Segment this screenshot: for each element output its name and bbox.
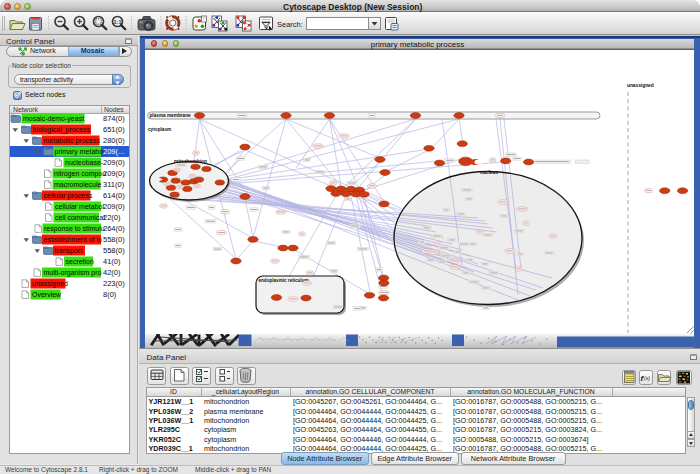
svg-text:transport: transport bbox=[55, 247, 83, 255]
svg-text:metabolic process: metabolic process bbox=[44, 137, 101, 145]
svg-text:280(0): 280(0) bbox=[103, 136, 125, 145]
svg-text:Overview: Overview bbox=[32, 291, 62, 298]
svg-text:8(0): 8(0) bbox=[103, 290, 117, 299]
svg-text:41(0): 41(0) bbox=[103, 257, 121, 266]
svg-text:unassigned: unassigned bbox=[32, 280, 68, 288]
svg-text:response to stimulu: response to stimulu bbox=[44, 225, 105, 233]
svg-text:209(0): 209(0) bbox=[103, 158, 125, 167]
svg-text:primary metabol: primary metabol bbox=[55, 148, 106, 156]
svg-text:614(0): 614(0) bbox=[103, 191, 125, 200]
svg-text:establishment of lo: establishment of lo bbox=[44, 236, 102, 243]
svg-text:nitrogen compou: nitrogen compou bbox=[54, 170, 106, 178]
svg-text:42(0): 42(0) bbox=[103, 268, 121, 277]
svg-text:biological_process: biological_process bbox=[33, 126, 91, 134]
svg-text:cytoplasm: cytoplasm bbox=[148, 127, 171, 132]
svg-text:cellular process: cellular process bbox=[44, 192, 93, 200]
svg-text:nucleobase-: nucleobase- bbox=[65, 159, 104, 166]
svg-text:plasma membrane: plasma membrane bbox=[150, 113, 192, 118]
svg-text:multi-organism pro: multi-organism pro bbox=[44, 269, 102, 277]
svg-text:311(0): 311(0) bbox=[103, 180, 125, 189]
svg-text:874(0): 874(0) bbox=[103, 114, 125, 123]
svg-text:209(...: 209(... bbox=[103, 147, 124, 156]
svg-text:cellular metabol: cellular metabol bbox=[55, 203, 104, 210]
svg-text:558(0): 558(0) bbox=[103, 235, 125, 244]
svg-text:macromolecule: macromolecule bbox=[54, 181, 102, 188]
svg-text:22(0): 22(0) bbox=[103, 213, 121, 222]
svg-text:209(0): 209(0) bbox=[103, 202, 125, 211]
svg-text:558(0): 558(0) bbox=[103, 246, 125, 255]
svg-text:209(0): 209(0) bbox=[103, 169, 125, 178]
svg-text:nucleus: nucleus bbox=[480, 170, 498, 175]
svg-text:endoplasmic reticulum: endoplasmic reticulum bbox=[259, 278, 309, 283]
svg-text:264(0): 264(0) bbox=[103, 224, 125, 233]
svg-text:651(0): 651(0) bbox=[103, 125, 125, 134]
svg-text:(x): (x) bbox=[644, 375, 650, 381]
svg-text:mitochondrion: mitochondrion bbox=[174, 159, 207, 164]
svg-text:223(0): 223(0) bbox=[103, 279, 125, 288]
svg-text:mosaic-demo-yeast: mosaic-demo-yeast bbox=[23, 115, 84, 123]
svg-text:unassigned: unassigned bbox=[627, 83, 654, 88]
svg-text:cell communicat: cell communicat bbox=[55, 214, 105, 221]
svg-text:secretion: secretion bbox=[66, 258, 95, 265]
